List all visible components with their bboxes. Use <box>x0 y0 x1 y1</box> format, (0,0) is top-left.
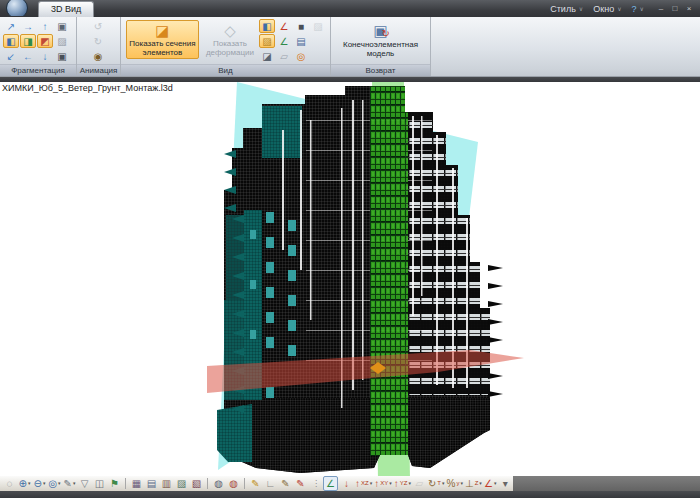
fe-model-label: Конечноэлементная модель <box>343 40 418 58</box>
animation-icon-column: ↺↻◉ <box>90 19 107 64</box>
ribbon-group-view: ◪ Показать сечения элементов ◇ Показать … <box>121 17 331 76</box>
right-balcony-slabs <box>488 265 503 397</box>
view-icon-grid: ◧∠■▨▨∠▤◪▱◎ <box>259 19 327 64</box>
zoom-lens-icon[interactable]: ◍ <box>212 477 225 490</box>
app-menu-button[interactable] <box>4 0 30 16</box>
plane-xy-icon[interactable]: ↑XY▾ <box>374 477 392 490</box>
menu-window[interactable]: Окно ∨ <box>593 4 621 14</box>
group-label-fragmentation: Фрагментация <box>0 64 76 76</box>
bottom-toolbar-filler <box>513 476 700 491</box>
bottom-toolbar-left: ◌⊕▾⊖▾◎▾✎▾▽◫⚑▦▤▥▨▧◍◍✎∟✎✎ <box>0 476 308 491</box>
pointer-pen-icon[interactable]: ✎▾ <box>63 477 76 490</box>
mini-axes-icon[interactable]: ∟ <box>264 477 277 490</box>
group-label-view: Вид <box>121 64 330 76</box>
view-ghost-cube-icon: ▨ <box>310 19 326 33</box>
titlebar: 3D Вид Стиль ∨ Окно ∨ ? ∨ –□× <box>0 0 700 17</box>
ribbon-group-animation: ↺↻◉ Анимация <box>77 17 121 76</box>
plane-flat-icon[interactable]: ▱ <box>276 49 292 63</box>
model-filename: ХИМКИ_Юб_5_Ветер_Грунт_Монтаж.l3d <box>2 83 173 93</box>
zoom-out-icon[interactable]: ⊖▾ <box>33 477 46 490</box>
ribbon-group-fragmentation: ↗→↑▣◧◨◩▨↙←↓▣ Фрагментация <box>0 17 77 76</box>
tab-3d-view[interactable]: 3D Вид <box>38 1 94 17</box>
red-marker-icon[interactable]: ✎ <box>294 477 307 490</box>
menu-help[interactable]: ? ∨ <box>632 4 644 14</box>
toolbar-separator <box>244 478 245 489</box>
fragment-cube-gray-icon[interactable]: ▨ <box>54 34 70 48</box>
fragment-right-icon[interactable]: → <box>20 19 36 33</box>
toolbar-separator <box>207 478 208 489</box>
table-loads-icon[interactable]: ▥ <box>160 477 173 490</box>
window-buttons: –□× <box>654 4 696 13</box>
toolbar-overflow-icon[interactable]: ▾ <box>499 477 512 490</box>
show-sections-label: Показать сечения элементов <box>129 39 195 57</box>
table-groups-icon[interactable]: ▨ <box>175 477 188 490</box>
group-label-animation: Анимация <box>77 64 120 76</box>
wire-cube-icon[interactable]: ◪ <box>259 49 275 63</box>
highlighter-icon[interactable]: ✎ <box>249 477 262 490</box>
record-animation-icon[interactable]: ◉ <box>90 49 106 63</box>
chevron-down-icon: ∨ <box>640 5 644 12</box>
plane-yz-icon[interactable]: ↑YZ▾ <box>394 477 411 490</box>
table-nodes-icon[interactable]: ▦ <box>130 477 143 490</box>
target-icon[interactable]: ◎ <box>293 49 309 63</box>
toolbar-grip: ⋮ <box>312 479 320 488</box>
group-label-return: Возврат <box>331 64 430 76</box>
axis-z-icon[interactable]: ⊥Z▾ <box>465 477 482 490</box>
probe-flag-icon[interactable]: ⚑ <box>108 477 121 490</box>
plane-xz-icon[interactable]: ↑XZ▾ <box>355 477 372 490</box>
show-deformations-button: ◇ Показать деформации <box>203 20 257 59</box>
green-cut-band <box>370 86 408 456</box>
chevron-down-icon: ∨ <box>617 5 621 12</box>
view-axes-icon[interactable]: ∠ <box>323 476 338 491</box>
fragment-up-icon[interactable]: ↑ <box>37 19 53 33</box>
toolbar-separator <box>125 478 126 489</box>
view-shaded-cube-icon[interactable]: ◧ <box>259 19 275 33</box>
bottom-toolbar: ◌⊕▾⊖▾◎▾✎▾▽◫⚑▦▤▥▨▧◍◍✎∟✎✎ ⋮∠↓↑XZ▾↑XY▾↑YZ▾▱… <box>0 476 700 491</box>
animate-rotate-icon: ↺ <box>90 19 106 33</box>
chevron-down-icon: ∨ <box>579 5 583 12</box>
ribbon: ↗→↑▣◧◨◩▨↙←↓▣ Фрагментация ↺↻◉ Анимация ◪… <box>0 17 700 77</box>
zoom-lens-red-icon[interactable]: ◍ <box>227 477 240 490</box>
menu-style[interactable]: Стиль ∨ <box>550 4 583 14</box>
fe-model-button[interactable]: ▣ ↻ Конечноэлементная модель <box>336 20 425 60</box>
polygon-select-icon[interactable]: ◌ <box>3 477 16 490</box>
axes-uv-icon[interactable]: ∠▾ <box>484 477 497 490</box>
fragment-down-left-icon[interactable]: ↙ <box>3 49 19 63</box>
fragment-cube-x-icon[interactable]: ◧ <box>3 34 19 48</box>
fragment-restore-icon[interactable]: ▣ <box>54 49 70 63</box>
fragment-down-icon[interactable]: ↓ <box>37 49 53 63</box>
scale-y-icon[interactable]: %y▾ <box>446 477 462 490</box>
table-results-icon[interactable]: ▧ <box>190 477 203 490</box>
show-sections-icon: ◪ <box>155 22 169 39</box>
table-elements-icon[interactable]: ▤ <box>145 477 158 490</box>
show-sections-button[interactable]: ◪ Показать сечения элементов <box>126 20 199 59</box>
fragment-up-right-icon[interactable]: ↗ <box>3 19 19 33</box>
fragment-cube-z-icon[interactable]: ◩ <box>37 34 53 48</box>
viewport[interactable]: ХИМКИ_Юб_5_Ветер_Грунт_Монтаж.l3d <box>0 82 700 476</box>
section-clip-icon[interactable]: ◫ <box>93 477 106 490</box>
viewport-3d-scene[interactable] <box>0 82 700 476</box>
pencil-icon[interactable]: ✎ <box>279 477 292 490</box>
restore-button[interactable]: □ <box>668 4 682 13</box>
minimize-button[interactable]: – <box>654 4 668 13</box>
snapshot-icon[interactable]: ▤ <box>293 34 309 48</box>
fragment-new-icon[interactable]: ▣ <box>54 19 70 33</box>
project-down-icon[interactable]: ↓ <box>340 477 353 490</box>
zoom-extents-icon[interactable]: ◎▾ <box>48 477 61 490</box>
ribbon-group-return: ▣ ↻ Конечноэлементная модель Возврат <box>331 17 431 76</box>
hatched-cube-icon[interactable]: ▨ <box>259 34 275 48</box>
bottom-toolbar-right: ⋮∠↓↑XZ▾↑XY▾↑YZ▾▱↻T▾%y▾⊥Z▾∠▾▾ <box>308 476 513 491</box>
status-bar <box>0 491 700 498</box>
fragment-cube-y-icon[interactable]: ◨ <box>20 34 36 48</box>
tab-label: 3D Вид <box>51 4 81 14</box>
rotate-t-icon[interactable]: ↻T▾ <box>428 477 445 490</box>
fe-model-return-arrow-icon: ↻ <box>381 28 389 39</box>
zoom-in-icon[interactable]: ⊕▾ <box>18 477 31 490</box>
close-button[interactable]: × <box>682 4 696 13</box>
filter-icon[interactable]: ▽ <box>78 477 91 490</box>
show-deformations-icon: ◇ <box>224 22 236 39</box>
axes-green-icon[interactable]: ∠ <box>276 34 292 48</box>
axes-red-icon[interactable]: ∠ <box>276 19 292 33</box>
view-dark-cube-icon[interactable]: ■ <box>293 19 309 33</box>
fragment-left-icon[interactable]: ← <box>20 49 36 63</box>
